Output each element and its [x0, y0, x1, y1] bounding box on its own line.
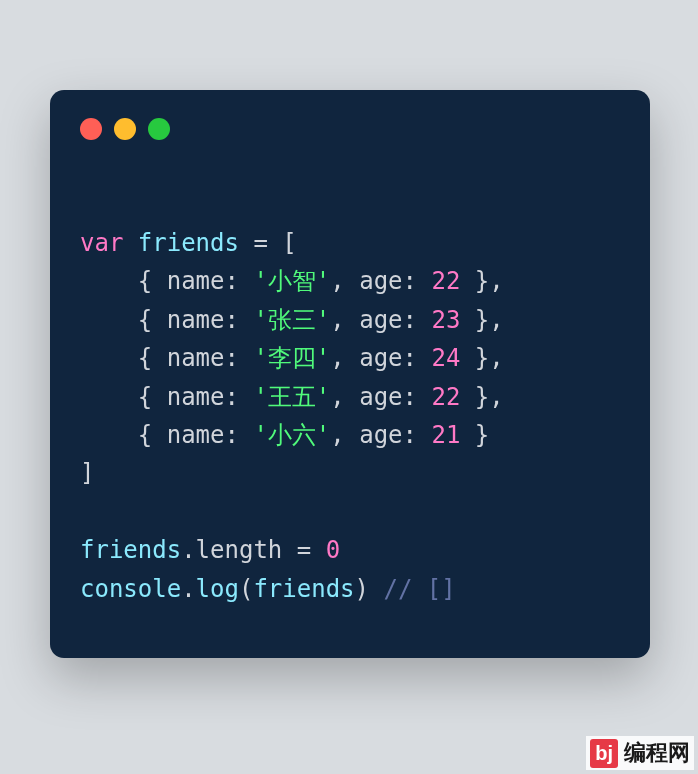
prop-name: name: [167, 306, 225, 334]
punct: :: [403, 306, 417, 334]
identifier: friends: [80, 536, 181, 564]
keyword-var: var: [80, 229, 123, 257]
number: 21: [431, 421, 460, 449]
prop-age: age: [359, 421, 402, 449]
prop-name: name: [167, 344, 225, 372]
prop-age: age: [359, 267, 402, 295]
punct: },: [475, 267, 504, 295]
punct: }: [475, 421, 489, 449]
maximize-icon[interactable]: [148, 118, 170, 140]
prop-length: length: [196, 536, 283, 564]
punct: = [: [253, 229, 296, 257]
identifier-friends: friends: [138, 229, 239, 257]
prop-age: age: [359, 383, 402, 411]
punct: ): [355, 575, 369, 603]
prop-age: age: [359, 344, 402, 372]
punct: :: [225, 421, 239, 449]
identifier: console: [80, 575, 181, 603]
number: 22: [431, 267, 460, 295]
punct: :: [403, 344, 417, 372]
punct: },: [475, 344, 504, 372]
fn-log: log: [196, 575, 239, 603]
punct: :: [225, 267, 239, 295]
minimize-icon[interactable]: [114, 118, 136, 140]
punct: :: [225, 383, 239, 411]
punct: ,: [330, 421, 344, 449]
punct: {: [138, 421, 152, 449]
number: 23: [431, 306, 460, 334]
punct: :: [403, 383, 417, 411]
punct: {: [138, 306, 152, 334]
string: '张三': [253, 306, 330, 334]
prop-name: name: [167, 267, 225, 295]
punct: ,: [330, 267, 344, 295]
punct: =: [297, 536, 311, 564]
number: 24: [431, 344, 460, 372]
punct: },: [475, 306, 504, 334]
watermark-text: 编程网: [624, 738, 690, 768]
prop-name: name: [167, 421, 225, 449]
punct: {: [138, 267, 152, 295]
string: '小六': [253, 421, 330, 449]
window-titlebar: [50, 90, 650, 140]
punct: .: [181, 575, 195, 603]
punct: ,: [330, 306, 344, 334]
string: '小智': [253, 267, 330, 295]
identifier: friends: [253, 575, 354, 603]
close-icon[interactable]: [80, 118, 102, 140]
punct: ,: [330, 344, 344, 372]
number: 22: [431, 383, 460, 411]
punct: ,: [330, 383, 344, 411]
comment: // []: [383, 575, 455, 603]
punct: .: [181, 536, 195, 564]
punct: {: [138, 383, 152, 411]
prop-name: name: [167, 383, 225, 411]
punct: :: [225, 306, 239, 334]
code-block: var friends = [ { name: '小智', age: 22 },…: [50, 140, 650, 608]
string: '王五': [253, 383, 330, 411]
punct: (: [239, 575, 253, 603]
punct: :: [403, 267, 417, 295]
punct: :: [225, 344, 239, 372]
punct: :: [403, 421, 417, 449]
watermark-badge-icon: bj: [590, 739, 618, 768]
code-window: var friends = [ { name: '小智', age: 22 },…: [50, 90, 650, 658]
punct: },: [475, 383, 504, 411]
punct: {: [138, 344, 152, 372]
watermark: bj 编程网: [586, 736, 694, 770]
prop-age: age: [359, 306, 402, 334]
string: '李四': [253, 344, 330, 372]
punct: ]: [80, 459, 94, 487]
number: 0: [326, 536, 340, 564]
